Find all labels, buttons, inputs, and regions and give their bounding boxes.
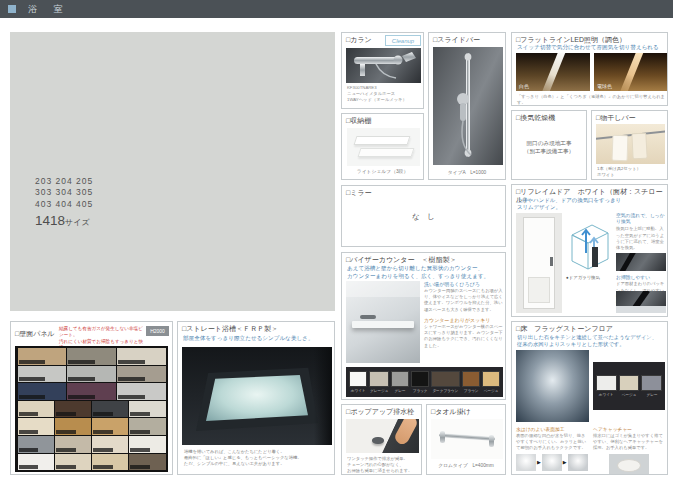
color-swatch: グレージュ bbox=[369, 371, 389, 393]
section-title: □バイザーカウンター ＜樹脂製＞ bbox=[342, 253, 505, 265]
floor-feature-body: 表面の微細な凹凸が水を切り、乾きやすくすべりにくい。カラリと乾いて翌朝のお手入れ… bbox=[516, 433, 589, 452]
wall-panel-grid bbox=[15, 346, 168, 472]
floor-feature-column: ヘアキャッチャー 排水口にはゴミが集まりやすく捨てやすい、便利なヘアキャッチャー… bbox=[593, 426, 665, 475]
visor-benefit-body: シャワーホースがカウンター横のスペースにすっきり納まります。カウンター下のお掃除… bbox=[424, 324, 503, 349]
faucet-photo bbox=[346, 48, 421, 83]
door-photo bbox=[516, 213, 562, 313]
led-photo-white: 白色 bbox=[516, 53, 590, 91]
towel-bar-caption: クロムタイプ L=400mm bbox=[427, 462, 505, 468]
led-note: 「すっきり（白色）」と「くつろぎ（電球色）」のあかりに切り替えられます。 bbox=[517, 94, 667, 106]
unit-code-row: 303 304 305 bbox=[35, 187, 93, 198]
slidebar-illustration bbox=[433, 47, 503, 165]
floor-texture-sequence: ▶ ▶ bbox=[516, 454, 589, 471]
visor-benefit-heading: カウンターまわりがスッキリ bbox=[424, 317, 503, 323]
section-visor-counter: □バイザーカウンター ＜樹脂製＞ あえて浴槽と壁から切り離した翼形状のカウンター… bbox=[341, 252, 506, 400]
wall-panel-tile bbox=[55, 454, 91, 471]
section-shelf: □収納棚 ライトシェルフ（3段） bbox=[341, 113, 424, 180]
visor-photo bbox=[346, 281, 420, 363]
faucet-illustration bbox=[346, 48, 421, 83]
spec-sheet-page: 浴 室 203 204 205 303 304 305 403 404 405 … bbox=[0, 0, 673, 479]
floor-feature-heading: 水はけのよい表面加工 bbox=[516, 426, 589, 432]
unit-code-row: 203 204 205 bbox=[35, 176, 93, 187]
laundry-bar-photo bbox=[596, 124, 665, 164]
visor-description: あえて浴槽と壁から切り離した翼形状のカウンター、 カウンターまわりを明るく、広く… bbox=[347, 265, 489, 280]
laundry-bar-caption: 1本（受け具2セット） ホワイト bbox=[597, 166, 641, 178]
tub-body: 浴槽を描いてみれば、こんなかたちにたどり着く。 最終的に「ほしい」と感じる、もっ… bbox=[184, 449, 302, 468]
section-reframe-door: □リフレイムドア ホワイト（面材：スチロール） 上枠やハンドル、ドアの換気口をす… bbox=[511, 184, 668, 317]
door-detail-photo bbox=[616, 253, 666, 271]
floor-feature-column: 水はけのよい表面加工 表面の微細な凹凸が水を切り、乾きやすくすべりにくい。カラリ… bbox=[516, 426, 589, 471]
section-straight-tub: □ストレート浴槽＜ＦＲＰ製＞ 部屋全体をすっきり際立たせるシンプルな美しさ。 浴… bbox=[177, 321, 335, 475]
wall-panel-tile bbox=[18, 418, 54, 435]
slidebar-caption: タイプA L=1000 bbox=[429, 169, 505, 175]
wall-panel-tile bbox=[92, 418, 128, 435]
wall-panel-tile bbox=[55, 401, 91, 418]
color-swatch: ベージュ bbox=[482, 371, 500, 393]
slidebar-photo bbox=[433, 47, 503, 165]
page-header: 浴 室 bbox=[0, 0, 673, 18]
floor-photo bbox=[516, 350, 589, 422]
color-swatch: グレー bbox=[641, 375, 662, 397]
section-title: □物干しバー bbox=[592, 111, 667, 123]
floor-color-swatches: ホワイトベージュグレー bbox=[593, 362, 665, 410]
page-title: 浴 室 bbox=[28, 3, 70, 16]
wall-panel-tile bbox=[129, 418, 165, 435]
header-bullet-icon bbox=[8, 5, 16, 13]
wall-panel-tile bbox=[18, 436, 54, 453]
section-led-lighting: □フラットラインLED照明（調色） スイッチ切替で気分に合わせて雰囲気を切り替え… bbox=[511, 32, 668, 106]
unit-codes: 203 204 205 303 304 305 403 404 405 bbox=[35, 176, 93, 210]
visor-benefit-body: カウンター両脇のスペースにもお湯が入り、体やイスなどをしっかり洗えて広く使えます… bbox=[424, 288, 503, 313]
section-mirror: □ミラー な し bbox=[341, 185, 506, 247]
floor-description: 切り出した石をキチンと連続して並べたようなデザイン、 従来の水回りよりスッキリと… bbox=[517, 334, 657, 348]
brand-logo: Cleanup bbox=[385, 35, 421, 46]
section-title: □ストレート浴槽＜ＦＲＰ製＞ bbox=[178, 322, 334, 334]
color-swatch: ホワイト bbox=[349, 371, 367, 393]
wall-panel-tile bbox=[117, 348, 166, 365]
visor-benefit-heading: 洗い場が明るくひろびろ bbox=[424, 281, 503, 287]
wall-panel-tile bbox=[18, 348, 67, 365]
section-towel-bar: □タオル掛け クロムタイプ L=400mm bbox=[426, 404, 506, 475]
wall-panel-tile bbox=[18, 454, 54, 471]
led-warm-label: 電球色 bbox=[597, 83, 612, 89]
wall-panel-tile bbox=[67, 366, 116, 383]
door-benefit-heading: お掃除しやすい bbox=[616, 274, 666, 280]
color-swatch: ベージュ bbox=[619, 375, 640, 397]
wall-panel-tile bbox=[55, 436, 91, 453]
wall-panel-tile bbox=[117, 366, 166, 383]
wall-panel-tile bbox=[129, 454, 165, 471]
door-benefit-heading: 空気の流れで、しっかり換気 bbox=[616, 213, 666, 225]
section-slidebar: □スライドバー タイプA L=1000 bbox=[428, 32, 506, 180]
wall-panel-tile bbox=[117, 383, 166, 400]
drain-body: ワンタッチ操作で排水が簡単。 チェーン汚れの心配がなく、 お掃除も簡単に済ませら… bbox=[347, 456, 412, 475]
led-description: スイッチ切替で気分に合わせて雰囲気を切り替えられる bbox=[517, 44, 659, 52]
floor-feature-heading: ヘアキャッチャー bbox=[593, 426, 665, 432]
tub-description: 部屋全体をすっきり際立たせるシンプルな美しさ。 bbox=[183, 335, 314, 343]
faucet-spec-lines: KF300TNARE3 ニューハイメタルホース 1WAYヘッド（オールメッキ） bbox=[347, 85, 407, 104]
color-swatch: ダークブラウン bbox=[431, 371, 460, 393]
wall-panel-tile bbox=[18, 383, 67, 400]
drain-photo bbox=[346, 419, 419, 453]
mirror-value: な し bbox=[342, 212, 505, 222]
towel-bar-illustration bbox=[431, 419, 503, 459]
section-title: □収納棚 bbox=[342, 114, 423, 126]
section-title: □換気乾燥機 bbox=[512, 111, 586, 123]
section-flagstone-floor: □床 フラッグストーンフロア 切り出した石をキチンと連続して並べたようなデザイン… bbox=[511, 321, 668, 475]
towel-bar-photo bbox=[431, 419, 503, 459]
floor-feature-body: 排水口にはゴミが集まりやすく捨てやすい、便利なヘアキャッチャーを採用。お手入れも… bbox=[593, 433, 665, 452]
led-photo-warm: 電球色 bbox=[594, 53, 668, 91]
shelf-photo bbox=[347, 128, 420, 166]
wall-panel-tile bbox=[67, 383, 116, 400]
section-faucet: □カラン Cleanup KF300TNARE3 ニューハイメタルホース 1WA… bbox=[341, 32, 424, 109]
visor-color-swatches: ホワイトグレージュグレーブラックダークブラウンブラウンベージュ bbox=[346, 367, 503, 397]
wall-panel-tile bbox=[92, 436, 128, 453]
height-badge: H2000 bbox=[146, 326, 169, 336]
wall-panel-tile bbox=[92, 401, 128, 418]
section-laundry-bar: □物干しバー 1本（受け具2セット） ホワイト bbox=[591, 110, 668, 180]
section-title: □タオル掛け bbox=[427, 405, 505, 417]
airflow-diagram bbox=[566, 213, 612, 273]
wall-panel-tile bbox=[55, 418, 91, 435]
color-swatch: ホワイト bbox=[596, 375, 617, 397]
wall-panel-tile bbox=[18, 366, 67, 383]
section-drain: □ポップアップ排水栓 ワンタッチ操作で排水が簡単。 チェーン汚れの心配がなく、 … bbox=[341, 404, 422, 475]
unit-code-row: 403 404 405 bbox=[35, 199, 93, 210]
